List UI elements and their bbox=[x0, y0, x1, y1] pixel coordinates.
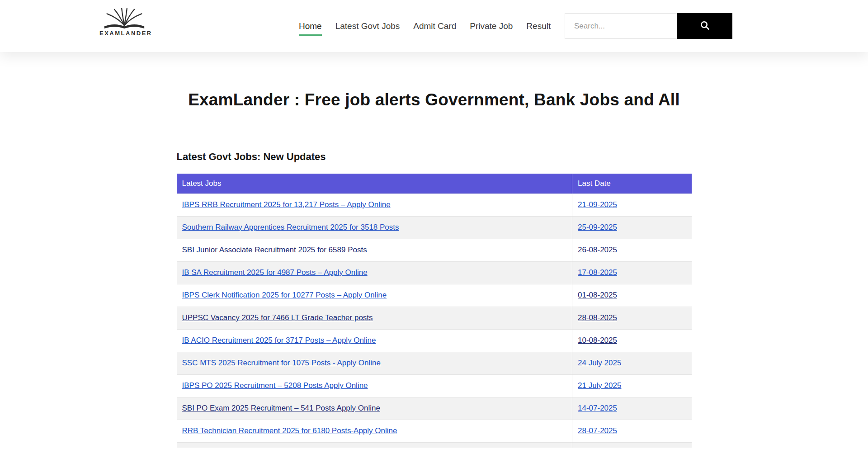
job-cell: UPPSC Vacancy 2025 for 7466 LT Grade Tea… bbox=[177, 307, 572, 329]
job-cell: SBI PO Exam 2025 Recruitment – 541 Posts… bbox=[177, 397, 572, 420]
table-row: IBPS PO 2025 Recruitment – 5208 Posts Ap… bbox=[177, 374, 692, 397]
date-link[interactable]: 26-08-2025 bbox=[578, 246, 617, 254]
date-cell: 25-09-2025 bbox=[572, 216, 692, 239]
search-button[interactable] bbox=[677, 13, 732, 39]
main-content: ExamLander : Free job alerts Government,… bbox=[0, 90, 868, 448]
job-link[interactable]: SSC MTS 2025 Recruitment for 1075 Posts … bbox=[182, 359, 381, 367]
search-input[interactable] bbox=[565, 13, 677, 39]
column-header-last-date: Last Date bbox=[572, 174, 692, 194]
job-link[interactable]: IBPS Clerk Notification 2025 for 10277 P… bbox=[182, 291, 387, 299]
table-row: UPPSC Vacancy 2025 for 7466 LT Grade Tea… bbox=[177, 307, 692, 329]
job-link[interactable]: SBI PO Exam 2025 Recruitment – 541 Posts… bbox=[182, 404, 380, 412]
date-cell: 28-08-2025 bbox=[572, 307, 692, 329]
job-cell: SSC MTS 2025 Recruitment for 1075 Posts … bbox=[177, 352, 572, 374]
date-cell: 26-08-2025 bbox=[572, 239, 692, 261]
nav-item-latest-govt-jobs[interactable]: Latest Govt Jobs bbox=[335, 19, 400, 34]
table-row: IB SA Recruitment 2025 for 4987 Posts – … bbox=[177, 261, 692, 284]
table-row-partial bbox=[177, 442, 692, 448]
date-link[interactable]: 01-08-2025 bbox=[578, 291, 617, 299]
table-row: SBI Junior Associate Recruitment 2025 fo… bbox=[177, 239, 692, 261]
column-header-latest-jobs: Latest Jobs bbox=[177, 174, 572, 194]
date-link[interactable]: 10-08-2025 bbox=[578, 336, 617, 345]
site-logo[interactable]: EXAMLANDER bbox=[99, 7, 149, 37]
nav-item-private-job[interactable]: Private Job bbox=[470, 19, 513, 34]
job-link[interactable]: UPPSC Vacancy 2025 for 7466 LT Grade Tea… bbox=[182, 313, 373, 322]
table-row: IBPS RRB Recruitment 2025 for 13,217 Pos… bbox=[177, 194, 692, 216]
table-row: IB ACIO Recruitment 2025 for 3717 Posts … bbox=[177, 329, 692, 352]
open-book-logo-icon bbox=[99, 7, 149, 29]
table-header-row: Latest Jobs Last Date bbox=[177, 174, 692, 194]
date-cell: 21 July 2025 bbox=[572, 374, 692, 397]
site-header: EXAMLANDER HomeLatest Govt JobsAdmit Car… bbox=[0, 0, 868, 52]
date-cell: 10-08-2025 bbox=[572, 329, 692, 352]
job-cell: SBI Junior Associate Recruitment 2025 fo… bbox=[177, 239, 572, 261]
section-heading: Latest Govt Jobs: New Updates bbox=[177, 151, 692, 163]
job-cell: IB SA Recruitment 2025 for 4987 Posts – … bbox=[177, 261, 572, 284]
date-link[interactable]: 21-09-2025 bbox=[578, 200, 617, 209]
table-row: SBI PO Exam 2025 Recruitment – 541 Posts… bbox=[177, 397, 692, 420]
date-link[interactable]: 25-09-2025 bbox=[578, 223, 617, 232]
table-row: SSC MTS 2025 Recruitment for 1075 Posts … bbox=[177, 352, 692, 374]
job-link[interactable]: RRB Technician Recruitment 2025 for 6180… bbox=[182, 426, 397, 435]
table-row: IBPS Clerk Notification 2025 for 10277 P… bbox=[177, 284, 692, 307]
table-row: Southern Railway Apprentices Recruitment… bbox=[177, 216, 692, 239]
date-cell: 24 July 2025 bbox=[572, 352, 692, 374]
job-link[interactable]: IB ACIO Recruitment 2025 for 3717 Posts … bbox=[182, 336, 376, 345]
job-link[interactable]: Southern Railway Apprentices Recruitment… bbox=[182, 223, 399, 232]
page-title: ExamLander : Free job alerts Government,… bbox=[0, 90, 868, 109]
job-link[interactable]: IBPS PO 2025 Recruitment – 5208 Posts Ap… bbox=[182, 381, 368, 390]
date-link[interactable]: 17-08-2025 bbox=[578, 268, 617, 277]
job-cell: RRB Technician Recruitment 2025 for 6180… bbox=[177, 420, 572, 442]
nav-item-result[interactable]: Result bbox=[526, 19, 551, 34]
date-link[interactable]: 24 July 2025 bbox=[578, 359, 621, 367]
jobs-table: Latest Jobs Last Date IBPS RRB Recruitme… bbox=[177, 174, 692, 448]
search-icon bbox=[699, 20, 710, 32]
job-cell: IBPS Clerk Notification 2025 for 10277 P… bbox=[177, 284, 572, 307]
job-cell: Southern Railway Apprentices Recruitment… bbox=[177, 216, 572, 239]
job-cell bbox=[177, 442, 572, 448]
date-link[interactable]: 28-07-2025 bbox=[578, 426, 617, 435]
date-cell: 21-09-2025 bbox=[572, 194, 692, 216]
date-cell: 14-07-2025 bbox=[572, 397, 692, 420]
nav-item-home[interactable]: Home bbox=[299, 19, 322, 34]
search-area bbox=[565, 13, 732, 39]
date-cell bbox=[572, 442, 692, 448]
date-link[interactable]: 28-08-2025 bbox=[578, 313, 617, 322]
job-link[interactable]: IB SA Recruitment 2025 for 4987 Posts – … bbox=[182, 268, 368, 277]
main-nav: HomeLatest Govt JobsAdmit CardPrivate Jo… bbox=[299, 0, 551, 52]
date-link[interactable]: 14-07-2025 bbox=[578, 404, 617, 412]
date-cell: 28-07-2025 bbox=[572, 420, 692, 442]
date-cell: 01-08-2025 bbox=[572, 284, 692, 307]
job-cell: IBPS PO 2025 Recruitment – 5208 Posts Ap… bbox=[177, 374, 572, 397]
job-link[interactable]: SBI Junior Associate Recruitment 2025 fo… bbox=[182, 246, 367, 254]
nav-item-admit-card[interactable]: Admit Card bbox=[413, 19, 456, 34]
logo-text: EXAMLANDER bbox=[99, 30, 149, 37]
job-cell: IB ACIO Recruitment 2025 for 3717 Posts … bbox=[177, 329, 572, 352]
date-cell: 17-08-2025 bbox=[572, 261, 692, 284]
table-row: RRB Technician Recruitment 2025 for 6180… bbox=[177, 420, 692, 442]
date-link[interactable]: 21 July 2025 bbox=[578, 381, 621, 390]
job-cell: IBPS RRB Recruitment 2025 for 13,217 Pos… bbox=[177, 194, 572, 216]
job-link[interactable]: IBPS RRB Recruitment 2025 for 13,217 Pos… bbox=[182, 200, 391, 209]
